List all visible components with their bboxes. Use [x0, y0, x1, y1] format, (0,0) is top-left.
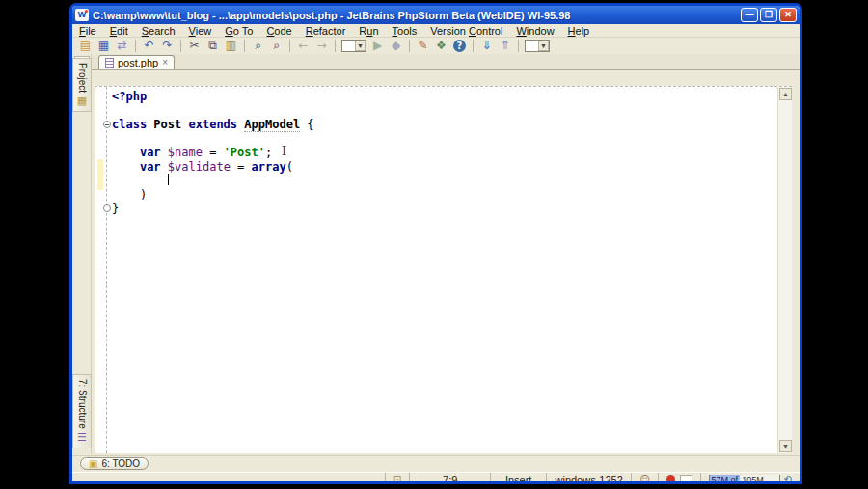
scroll-down-icon[interactable]: ▼: [779, 440, 792, 452]
tab-close-icon[interactable]: ×: [162, 58, 168, 68]
code-line-2[interactable]: [112, 104, 776, 119]
open-icon[interactable]: ▤: [76, 39, 95, 54]
memory-bar[interactable]: 57M of 105M: [709, 475, 780, 485]
code-token: =: [231, 160, 252, 174]
code-token: ;: [265, 146, 272, 159]
menu-version-control[interactable]: Version Control: [423, 25, 509, 37]
code-token: <?php: [112, 90, 147, 103]
more-icon[interactable]: ▼: [525, 40, 550, 52]
redo-icon[interactable]: ↷: [158, 39, 176, 54]
fold-collapse-icon[interactable]: [103, 121, 111, 128]
garbage-collect-icon[interactable]: ⟲: [784, 475, 792, 484]
structure-tool-label: 7: Structure: [77, 379, 88, 429]
find-icon[interactable]: ⌕: [249, 39, 267, 54]
project-tool-label: Project: [77, 63, 88, 93]
forward-icon[interactable]: →: [312, 39, 331, 54]
caret-position-cell[interactable]: 7:9: [409, 473, 490, 484]
toolbar-separator: [473, 40, 474, 52]
text-cursor-pointer: I: [280, 145, 288, 157]
help-icon[interactable]: ?: [450, 39, 469, 54]
paste-icon[interactable]: ▥: [222, 39, 240, 54]
menu-bar: FileEditSearchViewGo ToCodeRefactorRunTo…: [72, 24, 800, 38]
code-area[interactable]: <?phpclass Post extends AppModel { var $…: [112, 90, 776, 216]
menu-file[interactable]: File: [72, 25, 103, 37]
app-icon: W: [75, 9, 89, 21]
code-token: $name: [168, 146, 203, 159]
save-icon[interactable]: ▦: [95, 39, 113, 54]
encoding-cell[interactable]: windows-1252: [546, 473, 631, 484]
code-token: [112, 160, 140, 174]
code-token: array: [252, 160, 286, 174]
code-token: [161, 160, 168, 174]
code-token: Post: [153, 118, 181, 131]
scroll-up-icon[interactable]: ▲: [779, 88, 792, 100]
copy-icon[interactable]: ⧉: [203, 39, 222, 54]
maximize-button[interactable]: ❐: [760, 8, 777, 22]
synchronize-icon[interactable]: ⇄: [113, 39, 131, 54]
tool-window-button-structure[interactable]: 7: Structure ☰: [72, 374, 92, 448]
fold-end-icon[interactable]: [103, 204, 111, 212]
code-token: [181, 118, 188, 131]
caret-position: 7:9: [443, 475, 457, 485]
menu-help[interactable]: Help: [561, 25, 597, 37]
undo-icon[interactable]: ↶: [140, 39, 158, 54]
editor-scrollbar[interactable]: ▲ ▼: [777, 87, 792, 453]
back-icon[interactable]: ←: [294, 39, 312, 54]
menu-window[interactable]: Window: [509, 25, 560, 37]
menu-edit[interactable]: Edit: [103, 25, 135, 37]
run-icon[interactable]: ▶: [368, 39, 387, 54]
update-project-icon[interactable]: ⇓: [477, 39, 496, 54]
export-layout-icon[interactable]: ❖: [432, 39, 450, 54]
menu-go-to[interactable]: Go To: [218, 25, 259, 37]
tab-label: post.php: [118, 57, 158, 68]
tool-window-button-todo[interactable]: ▣ 6: TODO: [80, 457, 149, 470]
title-bar[interactable]: W C:\wamp\www\tut_blog - ...\app\models\…: [72, 6, 800, 24]
menu-run[interactable]: Run: [352, 25, 385, 37]
status-toggle-cell[interactable]: ⊡: [385, 473, 409, 484]
code-token: }: [112, 202, 119, 215]
highlighting-level-cell[interactable]: ☺: [631, 473, 657, 484]
replace-icon[interactable]: ⌕: [267, 39, 285, 54]
minimize-button[interactable]: —: [741, 8, 758, 22]
code-line-8[interactable]: ): [112, 188, 776, 203]
memory-indicator-cell[interactable]: 57M of 105M ⟲: [700, 473, 800, 484]
code-line-9[interactable]: }: [112, 202, 776, 216]
fatal-error-icon: [666, 475, 675, 484]
code-line-6[interactable]: var $validate = array(: [112, 160, 776, 175]
code-line-4[interactable]: [112, 132, 776, 147]
tool-window-button-project[interactable]: Project ▦: [72, 58, 92, 112]
editor-tab-strip: post.php ×: [92, 54, 802, 70]
code-token: =: [203, 146, 224, 159]
menu-tools[interactable]: Tools: [386, 25, 424, 37]
run-config-icon[interactable]: ▼: [341, 40, 366, 52]
hector-inspector-icon: ☺: [639, 475, 649, 484]
code-token: AppModel: [244, 118, 300, 132]
text-caret: [168, 174, 169, 185]
code-token: [112, 174, 168, 187]
structure-icon: ☰: [75, 431, 89, 444]
menu-refactor[interactable]: Refactor: [299, 25, 353, 37]
debug-icon[interactable]: ◆: [387, 39, 405, 54]
notifications-cell[interactable]: [658, 473, 700, 484]
toolbar-separator: [518, 40, 519, 52]
settings-icon[interactable]: ✎: [414, 39, 432, 54]
toolbar-separator: [289, 40, 290, 52]
code-line-7[interactable]: [112, 174, 776, 188]
window-title: C:\wamp\www\tut_blog - ...\app\models\po…: [93, 10, 741, 21]
code-line-5[interactable]: var $name = 'Post';: [112, 146, 776, 160]
left-tool-stripe: Project ▦ 7: Structure ☰: [72, 54, 92, 454]
code-editor[interactable]: <?phpclass Post extends AppModel { var $…: [95, 86, 792, 453]
menu-view[interactable]: View: [182, 25, 219, 37]
code-line-1[interactable]: <?php: [112, 90, 776, 104]
insert-mode-cell[interactable]: Insert: [490, 473, 546, 484]
close-button[interactable]: ✕: [779, 8, 797, 22]
status-message-area: [72, 473, 385, 484]
code-token: [112, 146, 140, 159]
tab-post-php[interactable]: post.php ×: [98, 55, 175, 69]
code-line-3[interactable]: class Post extends AppModel {: [112, 118, 776, 132]
commit-changes-icon[interactable]: ⇑: [496, 39, 514, 54]
menu-code[interactable]: Code: [259, 25, 298, 37]
cut-icon[interactable]: ✂: [185, 39, 203, 54]
toolbar-separator: [409, 40, 410, 52]
menu-search[interactable]: Search: [135, 25, 182, 37]
